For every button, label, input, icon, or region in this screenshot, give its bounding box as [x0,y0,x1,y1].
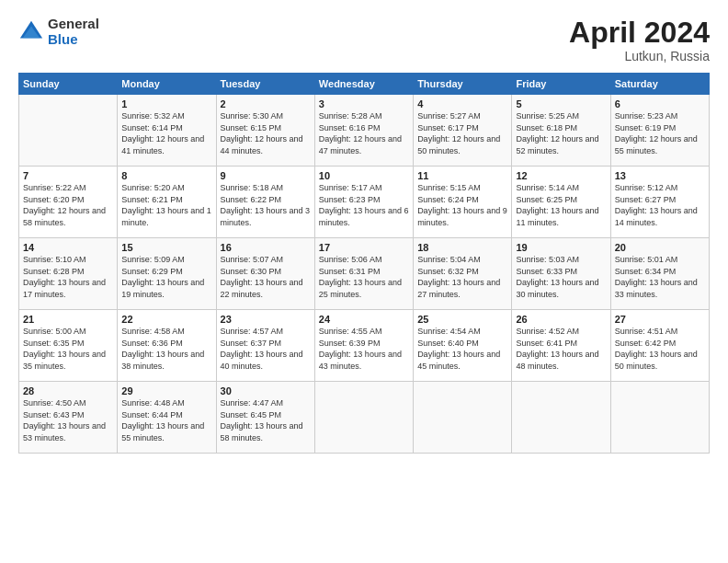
day-info: Sunrise: 5:18 AMSunset: 6:22 PMDaylight:… [221,182,311,228]
calendar-cell: 22Sunrise: 4:58 AMSunset: 6:36 PMDayligh… [118,310,216,382]
day-number: 11 [417,170,507,181]
day-info: Sunrise: 5:20 AMSunset: 6:21 PMDaylight:… [121,182,211,228]
day-number: 12 [516,170,606,181]
day-number: 6 [615,98,705,109]
day-info: Sunrise: 5:23 AMSunset: 6:19 PMDaylight:… [615,110,705,156]
calendar-week-3: 14Sunrise: 5:10 AMSunset: 6:28 PMDayligh… [19,238,710,310]
day-number: 20 [615,242,705,253]
day-number: 13 [615,170,705,181]
calendar-cell: 9Sunrise: 5:18 AMSunset: 6:22 PMDaylight… [216,167,314,238]
day-info: Sunrise: 5:12 AMSunset: 6:27 PMDaylight:… [615,182,705,228]
logo-icon [18,19,44,45]
day-number: 10 [319,170,409,181]
calendar-cell: 28Sunrise: 4:50 AMSunset: 6:43 PMDayligh… [19,382,118,454]
calendar-cell: 13Sunrise: 5:12 AMSunset: 6:27 PMDayligh… [610,167,709,238]
page: General Blue April 2024 Lutkun, Russia S… [0,0,728,563]
day-info: Sunrise: 5:27 AMSunset: 6:17 PMDaylight:… [417,110,507,156]
day-info: Sunrise: 4:58 AMSunset: 6:36 PMDaylight:… [121,326,211,372]
day-number: 14 [23,242,113,253]
col-saturday: Saturday [610,74,709,95]
calendar-cell [19,95,118,167]
calendar-week-5: 28Sunrise: 4:50 AMSunset: 6:43 PMDayligh… [19,382,710,454]
logo-blue-text: Blue [48,32,99,48]
calendar-cell: 20Sunrise: 5:01 AMSunset: 6:34 PMDayligh… [610,238,709,310]
calendar-cell [512,382,610,454]
calendar-cell: 6Sunrise: 5:23 AMSunset: 6:19 PMDaylight… [610,95,709,167]
day-number: 23 [221,314,311,325]
col-tuesday: Tuesday [216,74,314,95]
logo-general-text: General [48,17,99,32]
day-number: 27 [615,314,705,325]
calendar-cell: 27Sunrise: 4:51 AMSunset: 6:42 PMDayligh… [610,310,709,382]
day-number: 16 [221,242,311,253]
day-number: 2 [221,98,311,109]
day-info: Sunrise: 4:57 AMSunset: 6:37 PMDaylight:… [221,326,311,372]
day-info: Sunrise: 5:15 AMSunset: 6:24 PMDaylight:… [417,182,507,228]
day-number: 3 [319,98,409,109]
calendar-cell: 12Sunrise: 5:14 AMSunset: 6:25 PMDayligh… [512,167,610,238]
day-number: 26 [516,314,606,325]
calendar-cell: 18Sunrise: 5:04 AMSunset: 6:32 PMDayligh… [414,238,512,310]
day-info: Sunrise: 5:14 AMSunset: 6:25 PMDaylight:… [516,182,606,228]
day-info: Sunrise: 5:17 AMSunset: 6:23 PMDaylight:… [319,182,409,228]
day-info: Sunrise: 5:09 AMSunset: 6:29 PMDaylight:… [121,254,211,300]
day-number: 18 [417,242,507,253]
day-info: Sunrise: 5:22 AMSunset: 6:20 PMDaylight:… [23,182,113,228]
day-info: Sunrise: 4:55 AMSunset: 6:39 PMDaylight:… [319,326,409,372]
calendar-cell: 3Sunrise: 5:28 AMSunset: 6:16 PMDaylight… [314,95,413,167]
day-info: Sunrise: 5:01 AMSunset: 6:34 PMDaylight:… [615,254,705,300]
day-info: Sunrise: 5:32 AMSunset: 6:14 PMDaylight:… [121,110,211,156]
calendar-cell: 17Sunrise: 5:06 AMSunset: 6:31 PMDayligh… [314,238,413,310]
calendar-cell: 5Sunrise: 5:25 AMSunset: 6:18 PMDaylight… [512,95,610,167]
calendar-cell: 11Sunrise: 5:15 AMSunset: 6:24 PMDayligh… [414,167,512,238]
day-info: Sunrise: 4:47 AMSunset: 6:45 PMDaylight:… [221,397,311,443]
day-info: Sunrise: 4:50 AMSunset: 6:43 PMDaylight:… [23,397,113,443]
day-info: Sunrise: 4:54 AMSunset: 6:40 PMDaylight:… [417,326,507,372]
day-number: 17 [319,242,409,253]
day-number: 22 [121,314,211,325]
col-friday: Friday [512,74,610,95]
calendar-cell [314,382,413,454]
day-number: 30 [221,385,311,396]
col-wednesday: Wednesday [314,74,413,95]
day-number: 15 [121,242,211,253]
day-number: 1 [121,98,211,109]
calendar-cell: 23Sunrise: 4:57 AMSunset: 6:37 PMDayligh… [216,310,314,382]
day-number: 19 [516,242,606,253]
header-row: Sunday Monday Tuesday Wednesday Thursday… [19,74,710,95]
day-info: Sunrise: 5:10 AMSunset: 6:28 PMDaylight:… [23,254,113,300]
day-info: Sunrise: 5:00 AMSunset: 6:35 PMDaylight:… [23,326,113,372]
day-info: Sunrise: 5:07 AMSunset: 6:30 PMDaylight:… [221,254,311,300]
day-number: 5 [516,98,606,109]
calendar-cell: 10Sunrise: 5:17 AMSunset: 6:23 PMDayligh… [314,167,413,238]
calendar-cell: 30Sunrise: 4:47 AMSunset: 6:45 PMDayligh… [216,382,314,454]
month-title: April 2024 [569,17,710,49]
day-info: Sunrise: 5:03 AMSunset: 6:33 PMDaylight:… [516,254,606,300]
calendar-week-1: 1Sunrise: 5:32 AMSunset: 6:14 PMDaylight… [19,95,710,167]
calendar-table: Sunday Monday Tuesday Wednesday Thursday… [18,73,710,454]
logo-text: General Blue [48,17,99,47]
calendar-cell: 8Sunrise: 5:20 AMSunset: 6:21 PMDaylight… [118,167,216,238]
day-number: 9 [221,170,311,181]
calendar-cell: 29Sunrise: 4:48 AMSunset: 6:44 PMDayligh… [118,382,216,454]
calendar-cell: 16Sunrise: 5:07 AMSunset: 6:30 PMDayligh… [216,238,314,310]
calendar-cell: 14Sunrise: 5:10 AMSunset: 6:28 PMDayligh… [19,238,118,310]
calendar-week-2: 7Sunrise: 5:22 AMSunset: 6:20 PMDaylight… [19,167,710,238]
calendar-cell [414,382,512,454]
title-block: April 2024 Lutkun, Russia [569,17,710,63]
day-number: 29 [121,385,211,396]
calendar-week-4: 21Sunrise: 5:00 AMSunset: 6:35 PMDayligh… [19,310,710,382]
day-number: 7 [23,170,113,181]
day-number: 28 [23,385,113,396]
calendar-cell: 7Sunrise: 5:22 AMSunset: 6:20 PMDaylight… [19,167,118,238]
col-sunday: Sunday [19,74,118,95]
day-info: Sunrise: 5:04 AMSunset: 6:32 PMDaylight:… [417,254,507,300]
location: Lutkun, Russia [569,49,710,63]
calendar-cell: 21Sunrise: 5:00 AMSunset: 6:35 PMDayligh… [19,310,118,382]
col-thursday: Thursday [414,74,512,95]
day-info: Sunrise: 5:28 AMSunset: 6:16 PMDaylight:… [319,110,409,156]
col-monday: Monday [118,74,216,95]
day-info: Sunrise: 5:06 AMSunset: 6:31 PMDaylight:… [319,254,409,300]
day-number: 4 [417,98,507,109]
calendar-cell: 26Sunrise: 4:52 AMSunset: 6:41 PMDayligh… [512,310,610,382]
